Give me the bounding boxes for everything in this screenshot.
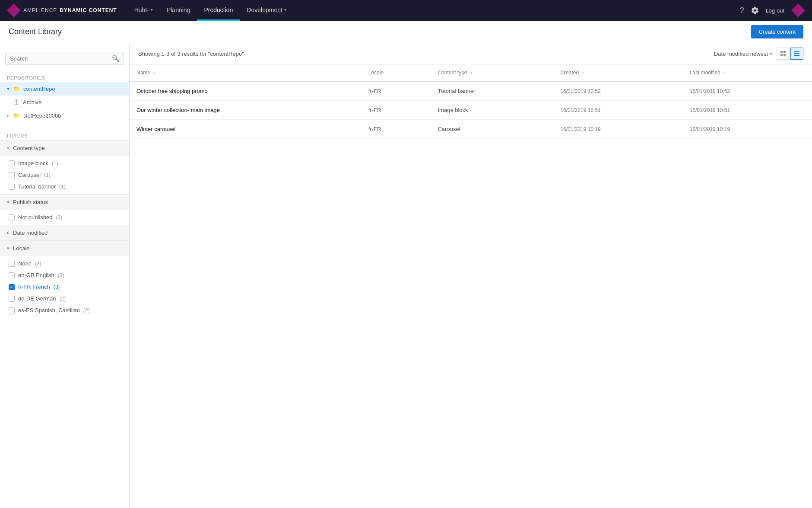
td-locale-2: fr-FR [362, 120, 431, 139]
filter-image-block-count: (1) [52, 160, 58, 166]
td-last-modified-2: 16/01/2019 10:19 [683, 120, 812, 139]
td-created-1: 16/01/2019 10:51 [553, 101, 682, 120]
filter-tutorial-checkbox[interactable] [9, 184, 15, 190]
td-content-type-2: Carousel [431, 120, 553, 139]
filter-carousel-count: (1) [44, 172, 51, 178]
content-type-items: Image block (1) Carousel (1) Tutorial ba… [0, 156, 129, 194]
th-content-type[interactable]: Content type ↑ [431, 64, 553, 81]
created-sort-icon: ↑ [582, 70, 584, 75]
hubf-chevron-icon: ▾ [151, 7, 153, 12]
brand-text-amplience: AMPLIENCE [23, 7, 57, 13]
filter-not-published-count: (3) [56, 214, 63, 220]
td-created-2: 16/01/2019 10:19 [553, 120, 682, 139]
name-sort-icon: ↑ [153, 70, 155, 75]
filter-carousel-checkbox[interactable] [9, 172, 15, 178]
filter-group-publish-status[interactable]: ▾ Publish status [0, 194, 129, 210]
nav-brand-icon [791, 3, 805, 17]
search-input[interactable] [10, 55, 112, 62]
nav-right-actions: ? Log out [740, 3, 805, 17]
th-created[interactable]: Created ↑ [553, 64, 682, 81]
settings-button[interactable] [751, 6, 759, 14]
view-grid-button[interactable] [777, 48, 790, 60]
td-name-2: Winter carousel [130, 120, 362, 139]
filter-tutorial-banner[interactable]: Tutorial banner (1) [0, 181, 129, 192]
last-modified-sort-icon: ↓ [723, 70, 726, 75]
view-list-button[interactable] [790, 48, 803, 60]
filter-group-content-type[interactable]: ▾ Content type [0, 140, 129, 156]
table-body: October free shipping promo fr-FR Tutori… [130, 81, 812, 139]
table-row[interactable]: Our winter collection- main image fr-FR … [130, 101, 812, 120]
filter-locale-en-gb[interactable]: en-GB English (3) [0, 269, 129, 281]
filter-group-locale[interactable]: ▾ Locale [0, 240, 129, 256]
filter-locale-en-gb-checkbox[interactable] [9, 272, 15, 278]
nav-item-hubf[interactable]: HubF ▾ [127, 0, 160, 21]
table-row[interactable]: Winter carousel fr-FR Carousel 16/01/201… [130, 120, 812, 139]
filter-locale-de-de-checkbox[interactable] [9, 296, 15, 302]
sort-label: Date modified newest [714, 51, 768, 57]
svg-rect-0 [780, 51, 783, 53]
filter-locale-none-checkbox[interactable] [9, 261, 15, 267]
table-row[interactable]: October free shipping promo fr-FR Tutori… [130, 81, 812, 101]
sort-chevron-icon: ▾ [770, 51, 772, 57]
search-container: 🔍 [0, 48, 129, 68]
logout-button[interactable]: Log out [766, 7, 784, 14]
repo-label: contentRepo [23, 86, 55, 92]
create-content-button[interactable]: Create content [751, 25, 803, 38]
content-table: Name ↑ Locale Content type ↑ Created ↑ [130, 64, 812, 139]
page-title: Content Library [9, 27, 62, 36]
filter-locale-es-es[interactable]: es-ES Spanish, Castilian (2) [0, 304, 129, 316]
filter-locale-none[interactable]: None (3) [0, 258, 129, 269]
svg-rect-4 [794, 51, 799, 52]
sidebar-divider [0, 126, 129, 126]
nav-item-development[interactable]: Development ▾ [240, 0, 293, 21]
table-header-row: Name ↑ Locale Content type ↑ Created ↑ [130, 64, 812, 81]
publish-status-chevron-icon: ▾ [7, 199, 10, 205]
filter-locale-none-label: None [18, 260, 32, 267]
filter-carousel[interactable]: Carousel (1) [0, 169, 129, 181]
filter-locale-de-de-count: (2) [59, 296, 66, 302]
repo-item-archive[interactable]: 🗄 Archive [0, 96, 129, 109]
filter-locale-fr-fr-count: (3) [54, 284, 60, 290]
filter-not-published-checkbox[interactable] [9, 214, 15, 220]
filter-locale-fr-fr[interactable]: fr-FR French (3) [0, 281, 129, 293]
sidebar: 🔍 Repositories ▾ 📁 contentRepo 🗄 Archive… [0, 43, 130, 508]
top-navigation: AMPLIENCE DYNAMIC CONTENT HubF ▾ Plannin… [0, 0, 812, 21]
publish-status-items: Not published (3) [0, 210, 129, 225]
sort-select[interactable]: Date modified newest ▾ [714, 51, 772, 57]
date-modified-chevron-icon: ▸ [7, 230, 10, 236]
filter-image-block-checkbox[interactable] [9, 160, 15, 166]
locale-chevron-icon: ▾ [7, 246, 10, 251]
filter-locale-fr-fr-checkbox[interactable] [9, 284, 15, 290]
view-toggle [777, 48, 803, 60]
filter-locale-es-es-label: es-ES Spanish, Castilian [18, 307, 80, 313]
filter-group-date-modified[interactable]: ▸ Date modified [0, 225, 129, 240]
td-last-modified-1: 16/01/2019 10:51 [683, 101, 812, 120]
filters-label: Filters [0, 130, 129, 140]
td-created-0: 16/01/2019 10:52 [553, 81, 682, 101]
th-name[interactable]: Name ↑ [130, 64, 362, 81]
filter-not-published-label: Not published [18, 214, 53, 220]
repo-item-contentrepo[interactable]: ▾ 📁 contentRepo [0, 82, 129, 96]
filter-locale-fr-fr-label: fr-FR French [18, 284, 50, 290]
help-button[interactable]: ? [740, 6, 744, 15]
filter-locale-de-de[interactable]: de-DE German (2) [0, 293, 129, 304]
nav-item-production[interactable]: Production [197, 0, 240, 21]
search-input-wrap[interactable]: 🔍 [5, 52, 124, 65]
filter-locale-none-count: (3) [35, 261, 41, 267]
slotrepo-expand-icon: ▸ [7, 113, 10, 118]
td-name-0: October free shipping promo [130, 81, 362, 101]
nav-item-planning[interactable]: Planning [160, 0, 197, 21]
main-layout: 🔍 Repositories ▾ 📁 contentRepo 🗄 Archive… [0, 43, 812, 508]
development-chevron-icon: ▾ [284, 7, 286, 12]
filter-image-block[interactable]: Image block (1) [0, 157, 129, 169]
svg-rect-6 [794, 55, 799, 56]
filter-image-block-label: Image block [18, 160, 48, 166]
svg-rect-5 [794, 53, 799, 54]
content-area: Showing 1-3 of 3 results for "contentRep… [130, 43, 812, 508]
filter-not-published[interactable]: Not published (3) [0, 211, 129, 223]
filter-locale-es-es-checkbox[interactable] [9, 307, 15, 313]
td-name-1: Our winter collection- main image [130, 101, 362, 120]
archive-label: Archive [23, 99, 41, 105]
repo-item-slotrepo[interactable]: ▸ 📁 slotRepo2000b [0, 109, 129, 122]
th-last-modified[interactable]: Last modified ↓ [683, 64, 812, 81]
